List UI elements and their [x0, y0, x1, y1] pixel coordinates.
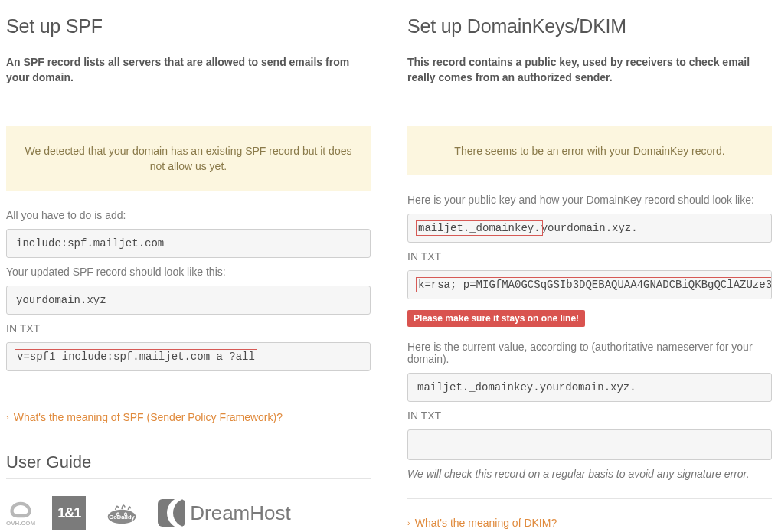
godaddy-logo[interactable]: GoDaddy: [103, 500, 141, 526]
ovh-logo[interactable]: OVH.COM: [6, 500, 35, 527]
dkim-current-host-code[interactable]: mailjet._domainkey.yourdomain.xyz.: [407, 373, 772, 402]
spf-intro: An SPF record lists all servers that are…: [6, 54, 371, 86]
dkim-txt-highlight: k=rsa; p=MIGfMA0GCSqGSIb3DQEBAQUAA4GNADC…: [417, 279, 772, 291]
dkim-faq-link-label: What's the meaning of DKIM?: [415, 517, 557, 529]
oneandone-logo[interactable]: 1&1: [52, 496, 86, 530]
spf-updated-label: Your updated SPF record should look like…: [6, 266, 371, 278]
divider: [407, 498, 772, 499]
divider: [407, 109, 772, 109]
spf-faq-link-label: What's the meaning of SPF (Sender Policy…: [14, 411, 283, 423]
godaddy-icon: GoDaddy: [103, 500, 141, 526]
dkim-intro: This record contains a public key, used …: [407, 54, 772, 86]
partner-logos: OVH.COM 1&1 GoDaddy DreamHost: [6, 496, 371, 530]
spf-warning-notice: We detected that your domain has an exis…: [6, 126, 371, 191]
dreamhost-logo[interactable]: DreamHost: [158, 499, 290, 527]
dkim-heading: Set up DomainKeys/DKIM: [407, 15, 772, 38]
divider: [6, 478, 371, 479]
spf-faq-link[interactable]: › What's the meaning of SPF (Sender Poli…: [6, 411, 283, 423]
dkim-column: Set up DomainKeys/DKIM This record conta…: [389, 0, 778, 530]
ovh-label: OVH.COM: [6, 520, 35, 527]
dns-setup-page: Set up SPF An SPF record lists all serve…: [0, 0, 778, 532]
spf-column: Set up SPF An SPF record lists all serve…: [0, 0, 389, 530]
spf-txt-highlight: v=spf1 include:spf.mailjet.com a ?all: [16, 351, 256, 363]
dkim-host-code[interactable]: mailjet._domainkey.yourdomain.xyz.: [407, 214, 772, 243]
dkim-faq-link[interactable]: › What's the meaning of DKIM?: [407, 517, 557, 529]
dkim-txt-code[interactable]: k=rsa; p=MIGfMA0GCSqGSIb3DQEBAQUAA4GNADC…: [407, 270, 772, 299]
dkim-oneline-warning: Please make sure it stays on one line!: [407, 310, 585, 327]
spf-intxt-label: IN TXT: [6, 322, 371, 335]
spf-add-label: All you have to do is add:: [6, 209, 371, 221]
dkim-intxt-label: IN TXT: [407, 250, 772, 263]
dreamhost-label: DreamHost: [190, 501, 290, 525]
svg-text:GoDaddy: GoDaddy: [110, 514, 136, 521]
dkim-host-tail: yourdomain.xyz.: [541, 222, 638, 234]
chevron-right-icon: ›: [6, 413, 9, 422]
user-guide-heading: User Guide: [6, 452, 371, 472]
dkim-current-txt-code[interactable]: [407, 429, 772, 460]
spf-domain-code[interactable]: yourdomain.xyz: [6, 286, 371, 315]
divider: [6, 109, 371, 109]
dkim-recheck-note: We will check this record on a regular b…: [407, 468, 772, 480]
spf-heading: Set up SPF: [6, 15, 371, 38]
spf-txt-code[interactable]: v=spf1 include:spf.mailjet.com a ?all: [6, 342, 371, 371]
oneandone-label: 1&1: [57, 505, 80, 521]
svg-point-4: [117, 514, 119, 515]
ovh-icon: [8, 500, 34, 520]
dkim-pubkey-label: Here is your public key and how your Dom…: [407, 194, 772, 206]
spf-include-code[interactable]: include:spf.mailjet.com: [6, 229, 371, 258]
dkim-warning-notice: There seems to be an error with your Dom…: [407, 126, 772, 175]
svg-point-5: [125, 514, 126, 515]
dkim-current-label: Here is the current value, according to …: [407, 341, 772, 365]
divider: [6, 393, 371, 393]
dkim-host-highlight: mailjet._domainkey.: [417, 222, 541, 234]
dkim-intxt2-label: IN TXT: [407, 410, 772, 422]
chevron-right-icon: ›: [407, 518, 410, 527]
dreamhost-icon: [158, 499, 185, 527]
